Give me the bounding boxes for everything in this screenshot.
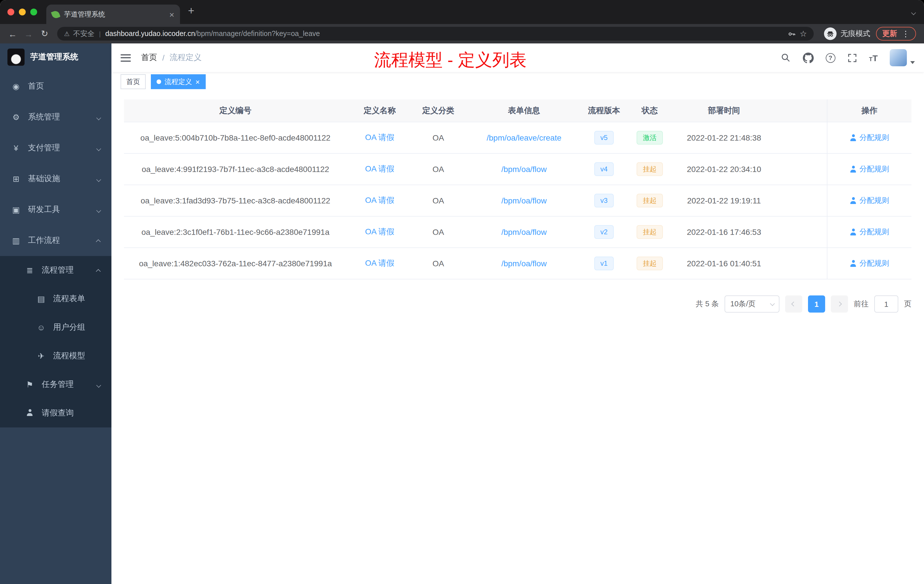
reload-button[interactable]: ↻ [36, 28, 53, 39]
font-size-icon[interactable]: TT [869, 53, 878, 63]
search-icon[interactable] [780, 53, 790, 63]
form-link[interactable]: /bpm/oa/flow [502, 259, 547, 268]
address-bar[interactable]: ⚠ 不安全 | dashboard.yudao.iocoder.cn/bpm/m… [57, 27, 814, 41]
tab-close-icon[interactable]: × [169, 10, 174, 18]
browser-menu-kebab-icon[interactable]: ⋮ [902, 30, 910, 38]
cell-version: v2 [584, 225, 624, 239]
infrastructure-icon: ⊞ [12, 174, 21, 183]
app-logo[interactable]: 芋道管理系统 [0, 43, 111, 71]
forward-button[interactable]: → [21, 29, 36, 39]
breadcrumb: 首页 / 流程定义 [141, 53, 202, 63]
cell-definition-name: OA 请假 [347, 133, 412, 143]
assign-rule-link[interactable]: 分配规则 [850, 164, 889, 174]
person-icon [850, 229, 856, 236]
assign-rule-link[interactable]: 分配规则 [850, 133, 889, 143]
chevron-up-icon [97, 266, 100, 275]
breadcrumb-home-link[interactable]: 首页 [141, 53, 157, 63]
back-button[interactable]: ← [5, 29, 21, 39]
cell-deploy-time: 2022-01-22 19:19:11 [675, 196, 772, 205]
cell-actions: 分配规则 [827, 185, 911, 216]
sidebar-item-process-model[interactable]: ✈ 流程模型 [0, 342, 111, 370]
key-icon[interactable] [788, 30, 796, 38]
browser-tab[interactable]: 芋道管理系统 × [46, 5, 180, 24]
sidebar-item-home[interactable]: ◉ 首页 [0, 71, 111, 102]
user-avatar [890, 49, 907, 66]
cell-status: 激活 [624, 131, 675, 145]
cell-form-info: /bpm/oa/flow [464, 228, 584, 237]
form-link[interactable]: /bpm/oa/flow [502, 165, 547, 174]
minimize-window-button[interactable] [19, 8, 26, 15]
sidebar-item-infrastructure[interactable]: ⊞ 基础设施 [0, 163, 111, 194]
definition-name-link[interactable]: OA 请假 [365, 258, 394, 267]
window-controls [0, 8, 46, 15]
cell-category: OA [412, 259, 464, 268]
sidebar-item-system-management[interactable]: ⚙ 系统管理 [0, 102, 111, 133]
cell-actions: 分配规则 [827, 248, 911, 279]
update-button[interactable]: 更新 ⋮ [876, 27, 916, 41]
definition-name-link[interactable]: OA 请假 [365, 227, 394, 236]
tag-process-definition[interactable]: 流程定义 × [151, 74, 205, 89]
url-separator: | [99, 30, 101, 37]
sidebar-item-dev-tools[interactable]: ▣ 研发工具 [0, 194, 111, 225]
sidebar-item-workflow[interactable]: ▥ 工作流程 [0, 225, 111, 256]
version-badge: v5 [594, 131, 614, 145]
process-management-icon: ≣ [25, 266, 34, 275]
logo-avatar [7, 49, 25, 66]
new-tab-button[interactable]: + [188, 5, 194, 16]
page-content: 定义编号 定义名称 定义分类 表单信息 流程版本 状态 部署时间 操作 oa_l… [111, 91, 924, 313]
goto-page-input[interactable] [874, 295, 898, 313]
sidebar: 芋道管理系统 ◉ 首页 ⚙ 系统管理 ¥ 支付管理 ⊞ 基础设施 [0, 43, 111, 584]
dashboard-icon: ◉ [12, 82, 21, 91]
not-secure-warning-icon: ⚠ [64, 30, 70, 38]
version-badge: v2 [594, 225, 614, 239]
page-number-button[interactable]: 1 [808, 295, 825, 313]
page-size-select[interactable]: 10条/页 [724, 295, 779, 313]
person-icon [850, 134, 856, 141]
sidebar-toggle-icon[interactable] [120, 54, 131, 61]
next-page-button[interactable] [831, 295, 848, 313]
help-icon[interactable]: ? [825, 53, 835, 63]
gear-icon: ⚙ [12, 112, 21, 122]
cell-form-info: /bpm/oa/flow [464, 259, 584, 268]
yen-icon: ¥ [12, 144, 21, 153]
bookmark-star-icon[interactable]: ☆ [800, 29, 807, 38]
sidebar-item-user-group[interactable]: ☺ 用户分组 [0, 313, 111, 342]
tag-close-icon[interactable]: × [195, 78, 200, 86]
tab-favicon-icon [51, 10, 60, 19]
user-menu[interactable] [890, 49, 915, 66]
fullscreen-icon[interactable] [847, 53, 857, 63]
cell-status: 挂起 [624, 225, 675, 239]
incognito-icon [824, 27, 837, 40]
sidebar-item-process-form[interactable]: ▤ 流程表单 [0, 285, 111, 313]
form-link[interactable]: /bpm/oa/flow [502, 196, 547, 205]
tag-home[interactable]: 首页 [120, 74, 146, 89]
form-link[interactable]: /bpm/oa/leave/create [487, 133, 561, 142]
form-link[interactable]: /bpm/oa/flow [502, 228, 547, 237]
navbar-actions: ? TT [780, 49, 915, 66]
sidebar-item-label: 工作流程 [28, 236, 60, 246]
github-icon[interactable] [803, 52, 813, 63]
tag-label: 流程定义 [165, 77, 192, 87]
goto-label: 前往 [854, 299, 869, 309]
sidebar-item-process-management[interactable]: ≣ 流程管理 [0, 256, 111, 285]
sidebar-item-leave-query[interactable]: 请假查询 [0, 399, 111, 427]
cell-definition-name: OA 请假 [347, 164, 412, 174]
cell-deploy-time: 2022-01-16 17:46:53 [675, 228, 772, 237]
assign-rule-link[interactable]: 分配规则 [850, 227, 889, 237]
col-header-version: 流程版本 [584, 106, 624, 116]
chevron-down-icon [97, 174, 100, 183]
definition-name-link[interactable]: OA 请假 [365, 133, 394, 142]
sidebar-item-task-management[interactable]: ⚑ 任务管理 [0, 370, 111, 399]
assign-rule-link[interactable]: 分配规则 [850, 195, 889, 206]
zoom-window-button[interactable] [30, 8, 37, 15]
breadcrumb-current: 流程定义 [170, 53, 202, 63]
prev-page-button[interactable] [785, 295, 802, 313]
definition-name-link[interactable]: OA 请假 [365, 164, 394, 173]
chevron-down-icon [97, 205, 100, 214]
definition-name-link[interactable]: OA 请假 [365, 195, 394, 205]
definition-table: 定义编号 定义名称 定义分类 表单信息 流程版本 状态 部署时间 操作 oa_l… [124, 99, 911, 279]
assign-rule-link[interactable]: 分配规则 [850, 258, 889, 269]
close-window-button[interactable] [7, 8, 14, 15]
tab-search-chevron-icon[interactable] [911, 7, 915, 17]
sidebar-item-payment-management[interactable]: ¥ 支付管理 [0, 133, 111, 163]
